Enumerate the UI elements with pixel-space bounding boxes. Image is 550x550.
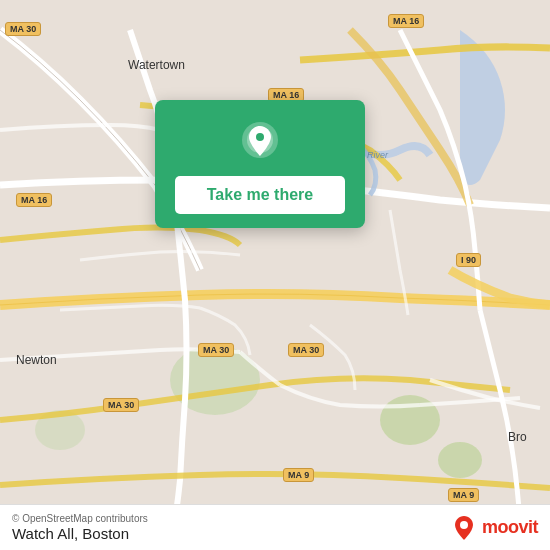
- map-background: es River: [0, 0, 550, 550]
- bottom-left-info: © OpenStreetMap contributors Watch All, …: [12, 513, 148, 542]
- map-container: es River MA 30 MA 16 MA 16 MA 16 I 90 MA…: [0, 0, 550, 550]
- road-label-ma9: MA 9: [283, 468, 314, 482]
- svg-point-9: [460, 521, 468, 529]
- road-label-ma30-mid2: MA 30: [288, 343, 324, 357]
- road-label-ma9-right: MA 9: [448, 488, 479, 502]
- place-label-watertown: Watertown: [128, 58, 185, 72]
- road-label-i90: I 90: [456, 253, 481, 267]
- road-label-ma16-left: MA 16: [16, 193, 52, 207]
- place-label-bro: Bro: [508, 430, 527, 444]
- road-label-ma30-left: MA 30: [103, 398, 139, 412]
- osm-credit: © OpenStreetMap contributors: [12, 513, 148, 524]
- popup-card: Take me there: [155, 100, 365, 228]
- location-pin-icon: [238, 118, 282, 162]
- svg-point-3: [438, 442, 482, 478]
- svg-point-8: [256, 133, 264, 141]
- moovit-logo: moovit: [450, 514, 538, 542]
- road-label-ma30-mid1: MA 30: [198, 343, 234, 357]
- bottom-bar: © OpenStreetMap contributors Watch All, …: [0, 504, 550, 550]
- road-label-5-20: MA 30: [5, 22, 41, 36]
- moovit-text: moovit: [482, 517, 538, 538]
- location-label: Watch All, Boston: [12, 525, 148, 542]
- moovit-pin-icon: [450, 514, 478, 542]
- road-label-ma16-top: MA 16: [388, 14, 424, 28]
- take-me-there-button[interactable]: Take me there: [175, 176, 345, 214]
- place-label-newton: Newton: [16, 353, 57, 367]
